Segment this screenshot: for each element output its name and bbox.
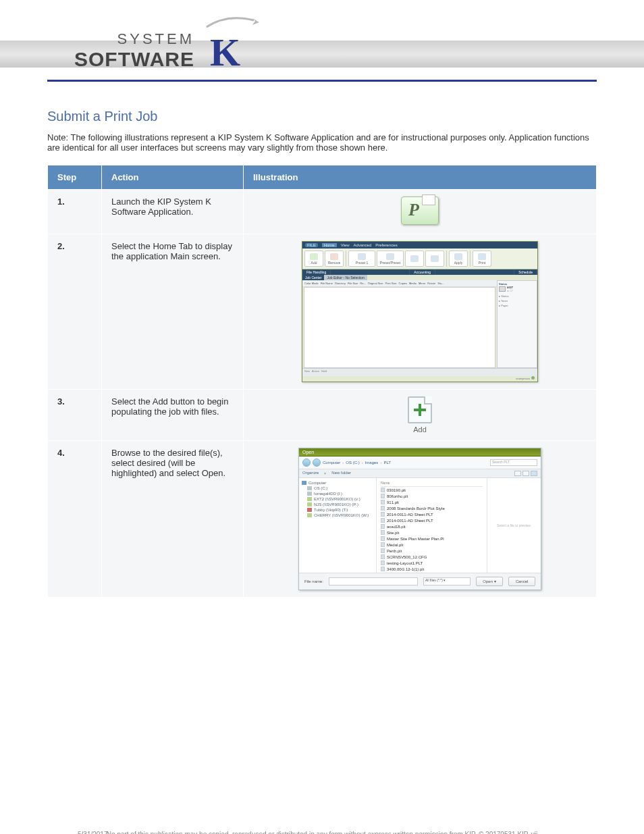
toolbar-print-button[interactable]: Print (473, 251, 491, 267)
file-type-select[interactable]: All files (*.*) ▾ (423, 577, 471, 585)
file-icon (381, 500, 385, 504)
logo: SYSTEM SOFTWARE K (74, 17, 267, 71)
menu-home[interactable]: Home (322, 243, 337, 247)
file-list[interactable]: Name 030190.plt 80flortho.plt 911.plt 20… (377, 478, 487, 573)
computer-icon (302, 481, 306, 485)
file-icon (381, 548, 385, 553)
network-drive-icon (307, 502, 312, 506)
table-row: 1. Launch the KIP System K Software Appl… (48, 190, 597, 234)
file-icon (381, 530, 385, 535)
svg-text:K: K (210, 30, 240, 71)
bottom-tabs: New Active Hold (302, 368, 537, 376)
file-icon (381, 506, 385, 511)
breadcrumb[interactable]: Images (365, 461, 379, 465)
logo-software-text: SOFTWARE (74, 48, 194, 71)
nav-back-button[interactable] (302, 459, 311, 467)
organize-menu[interactable]: Organize (302, 471, 319, 476)
menu-file[interactable]: FILE (305, 243, 318, 247)
ribbon-group-labels: File Handling Accounting Schedule (302, 269, 537, 275)
toolbar-remove-button[interactable]: Remove (325, 251, 344, 267)
file-icon (381, 524, 385, 529)
header-step: Step (48, 165, 102, 190)
job-list[interactable] (304, 287, 495, 368)
breadcrumb[interactable]: OS (C:) (346, 461, 359, 465)
logo-k-mark: K (200, 17, 267, 71)
toolbar-preset-button[interactable]: Preset 1 (348, 251, 375, 267)
menu-view[interactable]: View (341, 243, 350, 247)
tab-job-editor[interactable]: Job Editor - No Selection (324, 275, 367, 280)
table-row: 4. Browse to the desired file(s), select… (48, 441, 597, 598)
status-indicator-icon (531, 376, 535, 380)
table-row: 2. Select the Home Tab to display the ap… (48, 234, 597, 390)
toolbar-apply-button[interactable]: Apply (449, 251, 468, 267)
search-input[interactable]: Search PLT (490, 459, 537, 466)
preview-pane: Select a file to preview. (487, 478, 541, 573)
intro-text: Note: The following illustrations repres… (47, 132, 597, 153)
menu-advanced[interactable]: Advanced (354, 243, 372, 247)
step-description: Launch the KIP System K Software Applica… (102, 190, 244, 234)
steps-table: Step Action Illustration 1. Launch the K… (47, 165, 597, 598)
file-icon (381, 488, 385, 492)
drive-icon (307, 486, 312, 490)
step-description: Select the Add button to begin populatin… (102, 390, 244, 441)
plus-icon (414, 404, 426, 416)
network-drive-icon (307, 508, 312, 512)
file-icon (381, 518, 385, 523)
file-icon (381, 512, 385, 517)
menu-preferences[interactable]: Preferences (375, 243, 397, 247)
view-button[interactable] (514, 471, 521, 476)
table-row: 3. Select the Add button to begin popula… (48, 390, 597, 441)
step-description: Browse to the desired file(s), select de… (102, 441, 244, 598)
network-drive-icon (307, 497, 312, 501)
file-icon (381, 567, 385, 571)
add-button[interactable] (408, 396, 432, 423)
file-icon (381, 536, 385, 541)
step-number: 2. (48, 234, 102, 390)
section-title: Submit a Print Job (47, 109, 597, 124)
drive-icon (307, 492, 312, 496)
breadcrumb[interactable]: PLT (383, 461, 391, 465)
tab-active[interactable]: Active (312, 369, 319, 375)
header-action: Action (102, 165, 244, 190)
nav-forward-button[interactable] (313, 459, 321, 467)
app-toolbar: Add Remove Preset 1 Preset/Preset Apply … (302, 249, 537, 269)
file-icon (381, 561, 385, 565)
step-number: 3. (48, 390, 102, 441)
footer-date: 5/31/2017 (78, 831, 108, 834)
filename-input[interactable] (329, 577, 418, 585)
toolbar-button[interactable] (405, 251, 424, 267)
add-label: Add (413, 425, 427, 434)
dialog-title: Open (299, 448, 541, 457)
tab-job-center[interactable]: Job Center (302, 275, 324, 280)
app-launch-icon[interactable] (401, 197, 439, 225)
toolbar-button[interactable] (425, 251, 444, 267)
table-header-row: Step Action Illustration (48, 165, 597, 190)
header-illustration: Illustration (244, 165, 597, 190)
step-description: Select the Home Tab to display the appli… (102, 234, 244, 390)
help-button[interactable] (531, 471, 537, 476)
status-panel: Status k527at 27 ▸ Status ▸ Toner ▸ Pape… (497, 280, 537, 368)
tab-hold[interactable]: Hold (321, 369, 327, 375)
file-icon (381, 542, 385, 547)
page-footer: 5/31/2017 No part of this publication ma… (0, 831, 644, 834)
logo-system-text: SYSTEM (74, 30, 194, 48)
new-folder-button[interactable]: New folder (331, 471, 351, 476)
column-headers: Color Mode File Name Directory File Size… (302, 280, 497, 287)
toolbar-add-button[interactable]: Add (304, 251, 323, 267)
tab-new[interactable]: New (304, 369, 310, 375)
view-button[interactable] (522, 471, 529, 476)
file-icon (381, 554, 385, 559)
app-window-screenshot: FILE Home View Advanced Preferences Add … (302, 241, 538, 382)
folder-tree[interactable]: Computer OS (C:) IomegaHDD (I:) EXT2 (\\… (299, 478, 377, 573)
step-number: 4. (48, 441, 102, 598)
file-open-dialog: Open Computer› OS (C:)› Images› PLT Sear… (298, 448, 541, 590)
dialog-location-bar: Computer› OS (C:)› Images› PLT Search PL… (299, 457, 541, 469)
file-icon (381, 494, 385, 498)
toolbar-button[interactable]: Preset/Preset (377, 251, 404, 267)
filename-label: File name: (304, 579, 323, 583)
printer-icon (499, 286, 506, 292)
breadcrumb[interactable]: Computer (323, 461, 340, 465)
open-button[interactable]: Open ▾ (476, 577, 503, 586)
column-header-name: Name (381, 480, 483, 487)
cancel-button[interactable]: Cancel (508, 577, 535, 586)
